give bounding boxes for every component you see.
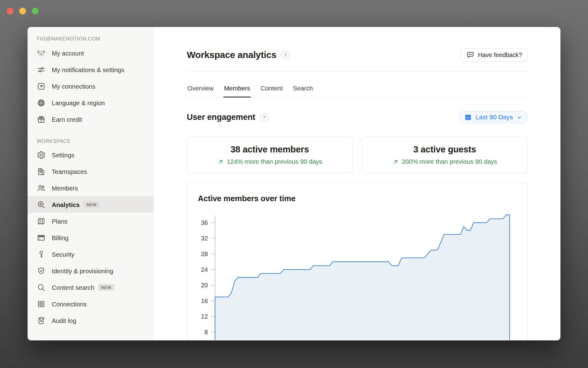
- sidebar-item-my-account[interactable]: My account: [28, 45, 154, 61]
- map-icon: [37, 217, 46, 226]
- y-tick-label: 12: [201, 313, 208, 320]
- arrow-up-right-icon: [392, 159, 399, 165]
- analytics-magnifier-icon: [37, 200, 46, 209]
- main-content: Workspace analytics ? Have feedback? Ove…: [154, 27, 560, 340]
- sidebar-item-audit-log[interactable]: Audit log: [28, 312, 154, 329]
- account-section: My account My notifications & settings M…: [28, 45, 154, 128]
- y-tick-label: 24: [201, 266, 208, 273]
- sidebar-item-label: Content search: [52, 282, 94, 293]
- help-icon[interactable]: ?: [281, 51, 289, 59]
- credit-card-icon: [37, 233, 46, 242]
- sidebar-item-label: My connections: [52, 81, 95, 92]
- sidebar-item-settings[interactable]: Settings: [28, 147, 154, 163]
- date-range-label: Last 90 Days: [475, 113, 513, 121]
- stat-card: 3 active guests 200% more than previous …: [362, 136, 528, 173]
- sidebar-item-content-search[interactable]: Content search NEW: [28, 279, 154, 296]
- sidebar-item-teamspaces[interactable]: Teamspaces: [28, 163, 154, 180]
- workspace-section-label: WORKSPACE: [28, 137, 154, 145]
- have-feedback-button[interactable]: Have feedback?: [461, 48, 528, 61]
- calendar-icon: [464, 113, 472, 121]
- sidebar-item-members[interactable]: Members: [28, 180, 154, 196]
- traffic-lights: [7, 8, 39, 14]
- y-tick-label: 28: [201, 250, 208, 257]
- tab-label: Overview: [187, 85, 213, 92]
- sidebar-item-billing[interactable]: Billing: [28, 229, 154, 246]
- shield-check-icon: [37, 266, 46, 275]
- sidebar-item-label: Connections: [52, 299, 87, 309]
- tab-members[interactable]: Members: [223, 72, 251, 97]
- new-badge: NEW: [84, 201, 100, 208]
- y-tick-label: 16: [201, 297, 208, 304]
- sidebar-item-security[interactable]: Security: [28, 246, 154, 263]
- chart-area-fill: [215, 215, 510, 340]
- feedback-button-label: Have feedback?: [478, 52, 522, 59]
- sidebar-item-label: My account: [52, 48, 84, 59]
- tab-label: Content: [261, 85, 283, 92]
- arrow-up-right-icon: [217, 159, 224, 165]
- new-badge: NEW: [98, 284, 114, 291]
- sidebar-item-my-connections[interactable]: My connections: [28, 78, 154, 94]
- sidebar-item-label: Security: [52, 249, 74, 260]
- sidebar-item-label: Plans: [52, 216, 67, 227]
- stat-cards: 38 active members 124% more than previou…: [187, 136, 528, 173]
- engagement-header: User engagement ? Last 90 Days: [187, 111, 528, 123]
- chat-bubble-icon: [466, 51, 474, 59]
- workspace-section: Settings Teamspaces Members Analytics NE…: [28, 147, 154, 329]
- zoom-button[interactable]: [32, 8, 39, 14]
- y-tick-label: 8: [205, 328, 208, 335]
- stat-delta-text: 124% more than previous 90 days: [227, 158, 322, 165]
- minimize-button[interactable]: [19, 8, 26, 14]
- sidebar-item-label: Language & region: [52, 98, 105, 108]
- koala-avatar: [36, 48, 47, 59]
- sidebar-item-language-region[interactable]: Language & region: [28, 94, 154, 111]
- settings-window: FIG@MAKENOTION.COM My account My notific…: [28, 27, 560, 340]
- sidebar-item-my-notifications-settings[interactable]: My notifications & settings: [28, 61, 154, 78]
- sidebar-item-analytics[interactable]: Analytics NEW: [28, 196, 154, 213]
- section-title: User engagement: [187, 113, 255, 122]
- help-icon[interactable]: ?: [260, 113, 269, 121]
- stat-card: 38 active members 124% more than previou…: [187, 136, 353, 173]
- chevron-down-icon: [516, 115, 522, 121]
- globe-icon: [37, 98, 46, 107]
- sidebar-item-plans[interactable]: Plans: [28, 213, 154, 229]
- tab-label: Search: [293, 85, 313, 92]
- active-members-area-chart: 363228242016128: [187, 183, 527, 340]
- members-icon: [37, 184, 46, 193]
- sidebar-item-label: Identity & provisioning: [52, 266, 113, 276]
- y-tick-label: 36: [201, 219, 208, 226]
- sidebar-item-label: Audit log: [52, 315, 76, 326]
- sidebar-item-label: My notifications & settings: [52, 64, 124, 75]
- arrow-out-box-icon: [37, 82, 46, 91]
- sidebar-item-label: Earn credit: [52, 114, 82, 125]
- tab-search[interactable]: Search: [292, 72, 314, 97]
- y-tick-label: 32: [201, 235, 208, 242]
- sidebar-item-label: Teamspaces: [52, 166, 87, 177]
- search-icon: [37, 283, 46, 292]
- tab-content[interactable]: Content: [260, 72, 283, 97]
- date-range-dropdown[interactable]: Last 90 Days: [459, 111, 528, 123]
- stat-headline: 38 active members: [231, 144, 309, 155]
- sidebar-item-label: Analytics: [52, 199, 80, 210]
- page-header: Workspace analytics ? Have feedback?: [187, 48, 528, 61]
- scroll-icon: [37, 316, 46, 325]
- settings-sidebar: FIG@MAKENOTION.COM My account My notific…: [28, 27, 154, 340]
- stat-delta-text: 200% more than previous 90 days: [402, 158, 497, 165]
- account-email-label: FIG@MAKENOTION.COM: [28, 35, 154, 42]
- active-members-chart-card: Active members over time 363228242016128: [187, 182, 528, 340]
- sidebar-item-identity-provisioning[interactable]: Identity & provisioning: [28, 263, 154, 279]
- sliders-icon: [37, 65, 46, 74]
- sidebar-item-connections[interactable]: Connections: [28, 296, 154, 312]
- sidebar-item-label: Settings: [52, 150, 74, 160]
- grid-icon: [37, 300, 46, 309]
- building-icon: [37, 167, 46, 176]
- key-icon: [37, 250, 46, 259]
- sidebar-item-label: Members: [52, 183, 78, 194]
- tab-label: Members: [224, 85, 250, 92]
- gear-icon: [37, 151, 46, 159]
- tab-overview[interactable]: Overview: [187, 72, 214, 97]
- analytics-tabs: OverviewMembersContentSearch: [187, 72, 528, 98]
- close-button[interactable]: [7, 8, 13, 14]
- stat-headline: 3 active guests: [413, 144, 476, 155]
- gift-icon: [37, 115, 46, 124]
- sidebar-item-earn-credit[interactable]: Earn credit: [28, 111, 154, 128]
